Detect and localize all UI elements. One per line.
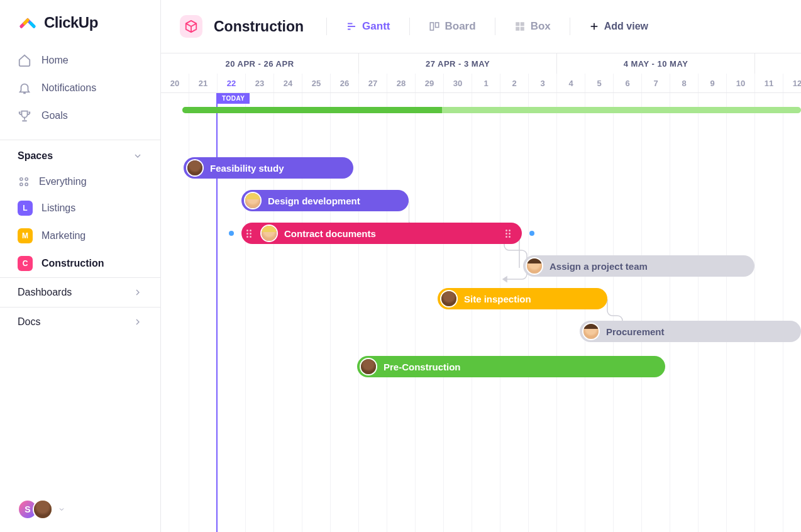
user-avatar-photo xyxy=(33,499,53,519)
assignee-avatar xyxy=(186,159,204,177)
dependency-dot[interactable] xyxy=(229,231,234,236)
chevron-down-icon xyxy=(58,506,65,513)
spaces-header[interactable]: Spaces xyxy=(0,140,160,169)
spaces-title: Spaces xyxy=(18,150,53,162)
day-cell: 10 xyxy=(727,74,755,92)
week-row: 20 APR - 26 APR27 APR - 3 MAY4 MAY - 10 … xyxy=(161,53,801,74)
add-view-button[interactable]: Add view xyxy=(582,17,656,36)
divider xyxy=(326,18,327,35)
space-badge-listings: L xyxy=(18,201,33,216)
add-view-label: Add view xyxy=(604,21,648,32)
task-bar[interactable]: Site inspection xyxy=(438,288,607,309)
day-cell: 21 xyxy=(189,74,218,92)
day-cell: 20 xyxy=(161,74,189,92)
space-badge-construction: C xyxy=(18,256,33,271)
task-bar[interactable]: Contract documents xyxy=(241,223,522,244)
task-bar[interactable]: Assign a project team xyxy=(523,255,754,277)
day-cell: 22 xyxy=(218,74,246,92)
nav-home[interactable]: Home xyxy=(0,47,160,74)
view-box[interactable]: Box xyxy=(507,16,558,36)
main: Construction Gantt Board Box Add view xyxy=(161,0,801,532)
week-cell: 20 APR - 26 APR xyxy=(161,53,359,74)
task-bar[interactable]: Feasibility study xyxy=(184,157,353,179)
assignee-avatar xyxy=(582,323,600,340)
everything-icon xyxy=(18,175,30,188)
view-box-label: Box xyxy=(531,20,551,33)
day-cell: 2 xyxy=(500,74,529,92)
space-listings[interactable]: L Listings xyxy=(0,194,160,222)
cube-icon xyxy=(184,19,198,33)
space-everything[interactable]: Everything xyxy=(0,169,160,194)
day-cell: 5 xyxy=(585,74,614,92)
task-bar[interactable]: Procurement xyxy=(580,321,801,342)
space-listings-label: Listings xyxy=(41,202,75,214)
nav-dashboards[interactable]: Dashboards xyxy=(0,277,160,307)
view-gantt[interactable]: Gantt xyxy=(338,16,397,36)
nav-list: Home Notifications Goals xyxy=(0,44,160,132)
drag-handle-icon[interactable] xyxy=(503,230,513,238)
header: Construction Gantt Board Box Add view xyxy=(161,0,801,53)
day-cell: 6 xyxy=(614,74,642,92)
day-cell: 30 xyxy=(444,74,472,92)
day-cell: 7 xyxy=(642,74,670,92)
dependency-dot[interactable] xyxy=(529,231,534,236)
grid-col xyxy=(529,93,557,532)
timeline: 20 APR - 26 APR27 APR - 3 MAY4 MAY - 10 … xyxy=(161,53,801,532)
day-cell: 29 xyxy=(416,74,444,92)
nav-home-label: Home xyxy=(41,55,69,66)
timeline-body[interactable]: TODAY Feasibility studyDesign developmen… xyxy=(161,93,801,532)
grid-col xyxy=(783,93,801,532)
user-avatars[interactable]: S xyxy=(0,487,160,532)
day-cell: 23 xyxy=(246,74,274,92)
grid-col xyxy=(642,93,670,532)
view-board[interactable]: Board xyxy=(421,16,483,36)
home-icon xyxy=(18,53,31,67)
day-cell: 1 xyxy=(472,74,500,92)
docs-label: Docs xyxy=(18,316,40,328)
chevron-down-icon xyxy=(133,151,143,161)
space-icon xyxy=(180,15,202,38)
today-label: TODAY xyxy=(217,93,250,104)
grid-col xyxy=(500,93,529,532)
task-bar[interactable]: Pre-Construction xyxy=(357,356,665,377)
nav-goals-label: Goals xyxy=(41,110,68,121)
day-cell: 26 xyxy=(331,74,359,92)
space-marketing[interactable]: M Marketing xyxy=(0,222,160,250)
grid-col xyxy=(444,93,472,532)
day-cell: 8 xyxy=(670,74,699,92)
divider xyxy=(570,18,570,35)
day-cell: 25 xyxy=(302,74,331,92)
day-row: 2021222324252627282930123456789101112 xyxy=(161,74,801,92)
grid-col xyxy=(670,93,699,532)
logo[interactable]: ClickUp xyxy=(0,0,160,44)
svg-rect-11 xyxy=(516,27,519,31)
progress-bar xyxy=(182,107,801,113)
svg-point-0 xyxy=(20,178,23,180)
divider xyxy=(495,18,495,35)
view-gantt-label: Gantt xyxy=(362,20,390,33)
gantt-icon xyxy=(346,21,357,32)
clickup-logo-icon xyxy=(18,13,38,33)
svg-rect-8 xyxy=(435,23,438,28)
trophy-icon xyxy=(18,109,31,123)
svg-point-3 xyxy=(25,183,28,186)
nav-goals[interactable]: Goals xyxy=(0,102,160,130)
grid-col xyxy=(557,93,585,532)
dashboards-label: Dashboards xyxy=(18,287,72,298)
space-construction[interactable]: C Construction xyxy=(0,250,160,277)
nav-notifications[interactable]: Notifications xyxy=(0,74,160,102)
nav-docs[interactable]: Docs xyxy=(0,307,160,336)
grid-col xyxy=(161,93,189,532)
day-cell: 11 xyxy=(755,74,783,92)
week-cell: 27 APR - 3 MAY xyxy=(359,53,557,74)
chevron-right-icon xyxy=(133,287,143,297)
view-board-label: Board xyxy=(445,20,476,33)
svg-marker-15 xyxy=(503,277,507,282)
day-cell: 28 xyxy=(387,74,416,92)
grid-col xyxy=(472,93,500,532)
drag-handle-icon[interactable] xyxy=(244,230,254,238)
svg-point-1 xyxy=(25,178,28,180)
task-bar[interactable]: Design development xyxy=(241,190,409,211)
task-label: Pre-Construction xyxy=(384,362,461,372)
plus-icon xyxy=(589,21,599,31)
